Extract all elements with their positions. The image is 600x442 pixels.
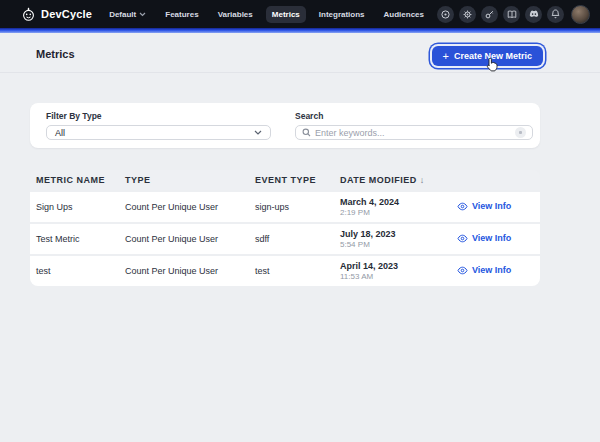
page-header: Metrics + Create New Metric <box>0 33 600 73</box>
search-icon <box>302 128 311 137</box>
actions-cell: View Info <box>455 265 540 277</box>
eye-icon <box>457 234 468 243</box>
column-header-metric-name[interactable]: METRIC NAME <box>30 175 125 185</box>
event-type-cell: test <box>255 266 340 276</box>
create-new-metric-button[interactable]: + Create New Metric <box>432 46 543 66</box>
eye-icon <box>457 266 468 275</box>
actions-cell: View Info <box>455 201 540 213</box>
nav-item-audiences[interactable]: Audiences <box>378 6 430 23</box>
primary-nav: Default Features Variables Metrics Integ… <box>103 6 430 23</box>
gear-icon[interactable] <box>459 6 476 23</box>
chevron-down-icon <box>139 12 146 17</box>
top-navigation-bar: DevCycle Default Features Variables Metr… <box>0 0 600 28</box>
filter-type-selected-value: All <box>55 128 65 138</box>
search-box <box>295 125 533 140</box>
nav-item-integrations[interactable]: Integrations <box>313 6 371 23</box>
metric-name-cell: Sign Ups <box>30 202 125 212</box>
date-modified-cell: March 4, 2024 2:19 PM <box>340 197 455 218</box>
column-header-event-type[interactable]: EVENT TYPE <box>255 175 340 185</box>
nav-utility-icons <box>437 5 590 24</box>
actions-cell: View Info <box>455 233 540 245</box>
search-input[interactable] <box>315 128 511 138</box>
table-row[interactable]: Sign Ups Count Per Unique User sign-ups … <box>30 192 540 222</box>
create-new-metric-label: Create New Metric <box>454 51 532 61</box>
user-avatar[interactable] <box>571 5 590 24</box>
column-header-date-modified[interactable]: DATE MODIFIED ↓ <box>340 175 455 185</box>
view-info-link[interactable]: View Info <box>457 233 511 243</box>
bell-icon[interactable] <box>547 6 564 23</box>
table-row[interactable]: test Count Per Unique User test April 14… <box>30 256 540 286</box>
filter-type-select[interactable]: All <box>46 125 271 140</box>
book-icon[interactable] <box>503 6 520 23</box>
brand-name: DevCycle <box>41 8 92 20</box>
view-info-link[interactable]: View Info <box>457 201 511 211</box>
search-field: Search <box>295 111 533 140</box>
plus-icon: + <box>443 52 449 61</box>
filter-search-card: Filter By Type All Search <box>30 103 540 148</box>
table-header-row: METRIC NAME TYPE EVENT TYPE DATE MODIFIE… <box>30 170 540 190</box>
date-modified-cell: July 18, 2023 5:54 PM <box>340 229 455 250</box>
nav-item-metrics[interactable]: Metrics <box>266 6 306 23</box>
nav-item-features[interactable]: Features <box>159 6 204 23</box>
event-type-cell: sign-ups <box>255 202 340 212</box>
filter-by-type-label: Filter By Type <box>46 111 271 121</box>
clear-search-icon[interactable] <box>515 127 526 138</box>
page-title: Metrics <box>36 48 75 60</box>
metric-name-cell: test <box>30 266 125 276</box>
metric-type-cell: Count Per Unique User <box>125 266 255 276</box>
metrics-page: Metrics + Create New Metric Filter By Ty… <box>0 33 600 442</box>
devcycle-logo[interactable]: DevCycle <box>21 7 92 22</box>
metrics-table: METRIC NAME TYPE EVENT TYPE DATE MODIFIE… <box>30 170 540 286</box>
chevron-down-icon <box>254 130 262 135</box>
filter-by-type-field: Filter By Type All <box>46 111 271 140</box>
column-header-type[interactable]: TYPE <box>125 175 255 185</box>
nav-item-variables[interactable]: Variables <box>212 6 259 23</box>
metric-type-cell: Count Per Unique User <box>125 202 255 212</box>
metric-type-cell: Count Per Unique User <box>125 234 255 244</box>
view-info-link[interactable]: View Info <box>457 265 511 275</box>
search-label: Search <box>295 111 533 121</box>
date-modified-cell: April 14, 2023 11:53 AM <box>340 261 455 282</box>
key-icon[interactable] <box>481 6 498 23</box>
togglebot-robot-icon <box>21 7 36 22</box>
table-row[interactable]: Test Metric Count Per Unique User sdff J… <box>30 224 540 254</box>
target-icon[interactable] <box>437 6 454 23</box>
metric-name-cell: Test Metric <box>30 234 125 244</box>
discord-icon[interactable] <box>525 6 542 23</box>
nav-item-default[interactable]: Default <box>103 6 152 23</box>
event-type-cell: sdff <box>255 234 340 244</box>
sort-descending-icon[interactable]: ↓ <box>420 175 425 185</box>
eye-icon <box>457 202 468 211</box>
